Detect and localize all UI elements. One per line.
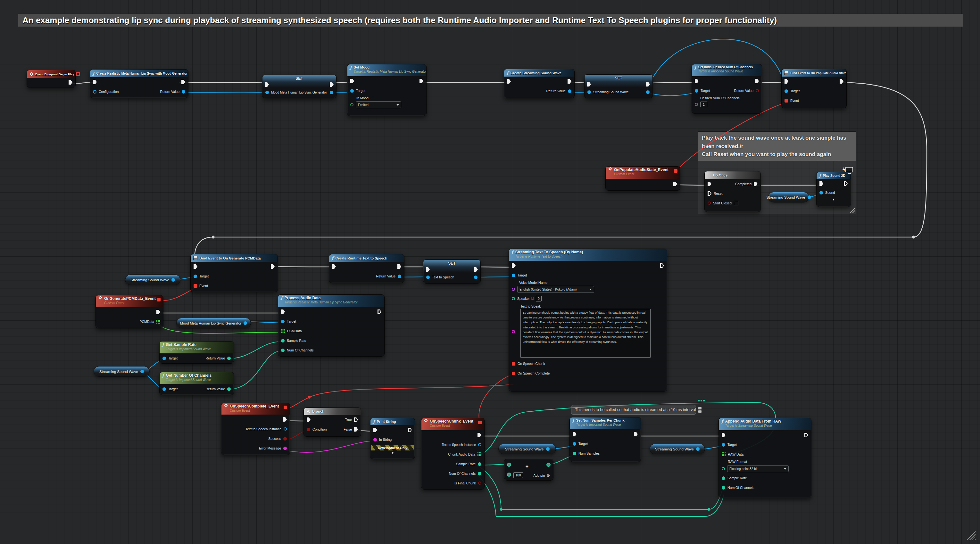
node-ongenerate-pcmdata-event[interactable]: OnGeneratePCMData_Event Custom Event PCM… bbox=[95, 295, 164, 328]
exec-in-pin[interactable] bbox=[332, 264, 336, 269]
voice-model-dropdown[interactable]: English (United States) - Kokoro (Adam) bbox=[517, 286, 594, 293]
target-pin[interactable] bbox=[784, 89, 788, 93]
raw-data-array-pin[interactable] bbox=[722, 452, 725, 456]
num-channels-pin[interactable] bbox=[478, 472, 481, 476]
target-pin[interactable] bbox=[162, 387, 166, 391]
return-value-pin[interactable] bbox=[227, 387, 231, 391]
chunk-audio-data-array-pin[interactable] bbox=[477, 452, 481, 456]
var-in-pin[interactable] bbox=[426, 275, 430, 279]
exec-in-pin[interactable] bbox=[194, 264, 197, 269]
return-value-pin[interactable] bbox=[227, 356, 231, 360]
comment-bubble-interval[interactable]: This needs to be called so that audio is… bbox=[571, 405, 696, 415]
exec-in-pin[interactable] bbox=[507, 79, 511, 84]
exec-out-pin[interactable] bbox=[271, 264, 275, 269]
tts-instance-pin[interactable] bbox=[478, 443, 481, 446]
var-pill-mood-generator[interactable]: Mood Meta Human Lip Sync Generator bbox=[176, 318, 251, 328]
condition-pin[interactable] bbox=[307, 428, 310, 431]
start-closed-checkbox[interactable] bbox=[734, 201, 738, 205]
exec-out-pin[interactable] bbox=[646, 82, 650, 86]
node-get-number-of-channels[interactable]: ƒ Get Number Of Channels Target is Impor… bbox=[159, 372, 234, 395]
return-value-pin[interactable] bbox=[182, 90, 185, 94]
var-out-pin[interactable] bbox=[140, 370, 144, 373]
node-get-sample-rate[interactable]: ƒ Get Sample Rate Target is Imported Sou… bbox=[159, 341, 234, 364]
exec-out-pin[interactable] bbox=[181, 80, 185, 84]
completed-exec-out-pin[interactable] bbox=[754, 182, 757, 186]
delegate-out-pin[interactable] bbox=[674, 169, 678, 173]
sample-rate-pin[interactable] bbox=[722, 476, 725, 480]
event-delegate-pin[interactable] bbox=[194, 284, 197, 288]
exec-in-pin[interactable] bbox=[373, 428, 377, 432]
target-pin[interactable] bbox=[194, 275, 197, 278]
node-set-text-to-speech-var[interactable]: SET Text to Speech bbox=[423, 259, 481, 283]
node-set-mood-generator-var[interactable]: SET Mood Meta Human Lip Sync Generator bbox=[262, 75, 336, 99]
node-process-audio-data[interactable]: ƒ Process Audio Data Target is Realistic… bbox=[278, 294, 385, 356]
var-out-pin[interactable] bbox=[808, 196, 811, 199]
num-channels-pin[interactable] bbox=[722, 486, 725, 490]
exec-out-pin[interactable] bbox=[420, 79, 423, 83]
divide-input-a-pin[interactable] bbox=[507, 463, 511, 467]
var-out-pin[interactable] bbox=[696, 447, 700, 451]
false-exec-out-pin[interactable] bbox=[354, 427, 358, 431]
exec-out-pin[interactable] bbox=[673, 182, 677, 186]
var-out-pin[interactable] bbox=[172, 278, 175, 282]
divide-b-field[interactable]: 100 bbox=[513, 472, 523, 478]
delegate-out-pin[interactable] bbox=[157, 298, 161, 301]
exec-out-pin[interactable] bbox=[844, 181, 848, 186]
sample-rate-pin[interactable] bbox=[478, 462, 481, 466]
node-branch[interactable]: Branch True Condition False bbox=[304, 407, 361, 437]
node-streaming-text-to-speech[interactable]: ƒ Streaming Text To Speech (By Name) Tar… bbox=[509, 249, 667, 391]
exec-in-pin[interactable] bbox=[695, 79, 698, 83]
in-mood-dropdown[interactable]: Excited bbox=[356, 101, 401, 108]
desired-num-channels-pin[interactable] bbox=[695, 103, 698, 106]
var-pill-streaming-sound-wave[interactable]: Streaming Sound Wave bbox=[125, 275, 180, 285]
node-append-audio-data-from-raw[interactable]: ƒ Append Audio Data From RAW Target is S… bbox=[719, 418, 811, 498]
exec-out-pin[interactable] bbox=[68, 80, 72, 84]
comment-bubble-icons[interactable] bbox=[697, 405, 702, 415]
var-out-pin[interactable] bbox=[646, 90, 650, 94]
delegate-square-icon[interactable] bbox=[76, 72, 80, 76]
target-pin[interactable] bbox=[512, 274, 515, 277]
var-pill-streaming-sound-wave[interactable]: Streaming Sound Wave bbox=[650, 444, 705, 454]
node-set-num-samples-per-chunk[interactable]: ƒ Set Num Samples Per Chunk Target is Im… bbox=[570, 417, 641, 462]
exec-out-pin[interactable] bbox=[474, 267, 478, 272]
configuration-pin[interactable] bbox=[93, 90, 97, 94]
reset-exec-in-pin[interactable] bbox=[708, 191, 711, 196]
exec-out-pin[interactable] bbox=[804, 433, 808, 437]
node-onpopulate-audio-state-event[interactable]: OnPopulateAudioState_Event Custom Event bbox=[605, 166, 680, 191]
exec-out-pin[interactable] bbox=[408, 428, 412, 432]
speaker-id-field[interactable]: 0 bbox=[536, 296, 542, 301]
return-value-pin[interactable] bbox=[398, 275, 401, 278]
sample-rate-pin[interactable] bbox=[281, 339, 285, 342]
node-bind-event-generate-pcmdata[interactable]: Bind Event to On Generate PCMData Target… bbox=[190, 254, 278, 292]
delegate-out-pin[interactable] bbox=[284, 406, 287, 409]
node-set-mood[interactable]: ƒ Set Mood Target is Realistic Meta Huma… bbox=[347, 64, 426, 116]
start-closed-pin[interactable] bbox=[708, 202, 711, 205]
graph-title-comment[interactable]: An example demonstrating lip sync during… bbox=[18, 14, 963, 27]
exec-in-pin[interactable] bbox=[512, 263, 515, 268]
error-message-pin[interactable] bbox=[283, 447, 287, 450]
success-pin[interactable] bbox=[283, 437, 287, 441]
comment-resize-grip[interactable] bbox=[850, 207, 855, 213]
node-set-initial-desired-num-channels[interactable]: ƒ Set Initial Desired Num Of Channels Ta… bbox=[692, 64, 762, 114]
num-channels-pin[interactable] bbox=[281, 348, 285, 352]
exec-in-pin[interactable] bbox=[281, 310, 285, 314]
event-delegate-pin[interactable] bbox=[784, 99, 788, 102]
target-pin[interactable] bbox=[722, 443, 725, 447]
exec-in-pin[interactable] bbox=[307, 417, 310, 422]
var-out-pin[interactable] bbox=[546, 447, 550, 451]
blueprint-graph-canvas[interactable]: Play back the sound wave once at least o… bbox=[0, 0, 980, 544]
var-in-pin[interactable] bbox=[265, 91, 269, 94]
text-to-speak-pin[interactable] bbox=[512, 330, 515, 333]
target-pin[interactable] bbox=[573, 442, 576, 445]
divide-output-pin[interactable] bbox=[546, 463, 550, 467]
exec-in-pin[interactable] bbox=[350, 79, 354, 83]
true-exec-out-pin[interactable] bbox=[354, 417, 358, 422]
exec-in-pin[interactable] bbox=[784, 79, 788, 84]
num-samples-pin[interactable] bbox=[573, 452, 576, 455]
node-set-streaming-sound-wave-var[interactable]: SET Streaming Sound Wave bbox=[584, 74, 653, 99]
node-onspeechchunk-event[interactable]: OnSpeechChunk_Event Custom Event Text to… bbox=[421, 418, 485, 490]
exec-in-pin[interactable] bbox=[265, 82, 269, 87]
text-to-speak-textarea[interactable]: Streaming synthesis output begins with a… bbox=[520, 309, 651, 358]
voice-model-name-pin[interactable] bbox=[512, 288, 515, 291]
target-pin[interactable] bbox=[281, 320, 285, 323]
